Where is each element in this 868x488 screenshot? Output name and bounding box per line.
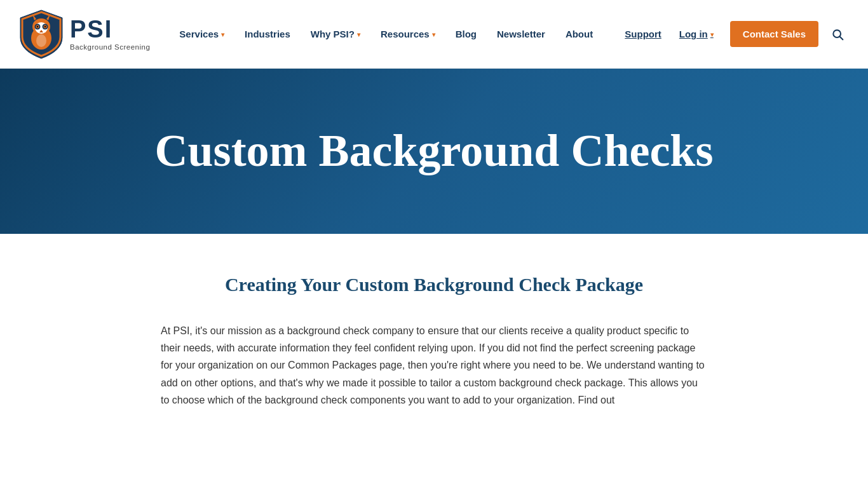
search-icon <box>831 28 844 41</box>
site-header: PSI Background Screening Services ▾ Indu… <box>0 0 868 69</box>
nav-label-resources: Resources <box>381 29 430 39</box>
nav-label-blog: Blog <box>456 29 477 39</box>
contact-sales-button[interactable]: Contact Sales <box>730 21 818 47</box>
content-section: Creating Your Custom Background Check Pa… <box>0 234 868 434</box>
content-subtitle: Creating Your Custom Background Check Pa… <box>225 272 643 297</box>
nav-label-industries: Industries <box>245 29 290 39</box>
nav-item-why-psi[interactable]: Why PSI? ▾ <box>301 0 370 69</box>
svg-point-9 <box>37 25 38 27</box>
nav-item-services[interactable]: Services ▾ <box>169 0 234 69</box>
nav-label-newsletter: Newsletter <box>497 29 545 39</box>
logo-text: PSI Background Screening <box>70 17 150 51</box>
nav-right: Support Log in ▾ Contact Sales <box>616 0 849 69</box>
main-nav: Services ▾ Industries Why PSI? ▾ Resourc… <box>169 0 849 69</box>
chevron-down-icon: ▾ <box>357 31 360 38</box>
svg-point-10 <box>44 25 46 27</box>
chevron-down-icon: ▾ <box>432 31 435 38</box>
logo-subtitle: Background Screening <box>70 43 150 51</box>
nav-item-support[interactable]: Support <box>616 0 670 69</box>
nav-item-blog[interactable]: Blog <box>445 0 487 69</box>
content-body: At PSI, it's our mission as a background… <box>161 322 707 409</box>
nav-item-about[interactable]: About <box>555 0 603 69</box>
logo-link[interactable]: PSI Background Screening <box>19 9 150 60</box>
nav-item-resources[interactable]: Resources ▾ <box>370 0 445 69</box>
chevron-down-icon: ▾ <box>221 31 224 38</box>
search-button[interactable] <box>826 0 849 69</box>
nav-item-newsletter[interactable]: Newsletter <box>487 0 555 69</box>
nav-label-about: About <box>566 29 593 39</box>
nav-item-industries[interactable]: Industries <box>234 0 301 69</box>
svg-point-12 <box>36 34 46 47</box>
contact-sales-label: Contact Sales <box>743 29 806 39</box>
nav-label-login: Log in <box>679 29 708 39</box>
nav-label-why-psi: Why PSI? <box>311 29 355 39</box>
logo-psi-label: PSI <box>70 17 150 43</box>
nav-label-support: Support <box>625 29 661 39</box>
chevron-down-icon: ▾ <box>710 31 714 38</box>
logo-icon <box>19 9 64 60</box>
hero-title: Custom Background Checks <box>155 126 714 176</box>
nav-item-login[interactable]: Log in ▾ <box>670 0 722 69</box>
hero-section: Custom Background Checks <box>0 69 868 234</box>
svg-line-14 <box>840 36 843 39</box>
nav-label-services: Services <box>179 29 219 39</box>
